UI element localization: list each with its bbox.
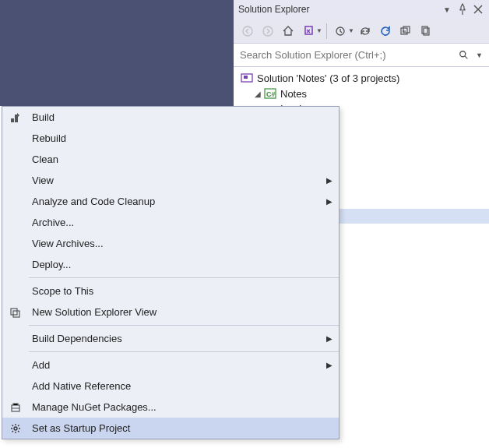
show-all-files-icon[interactable] xyxy=(417,22,435,41)
pending-changes-icon[interactable] xyxy=(331,22,350,41)
svg-rect-13 xyxy=(11,118,14,122)
dropdown-icon[interactable]: ▼ xyxy=(348,27,354,34)
menu-set-startup[interactable]: Set as Startup Project xyxy=(2,418,339,439)
nuget-icon xyxy=(2,401,29,414)
home-icon[interactable] xyxy=(279,22,297,41)
menu-label: Manage NuGet Packages... xyxy=(29,401,320,413)
menu-archive[interactable]: Archive... xyxy=(2,212,339,233)
csharp-icon: C# xyxy=(263,87,277,100)
submenu-arrow-icon: ▶ xyxy=(320,334,339,343)
menu-label: View xyxy=(29,175,320,186)
menu-separator xyxy=(29,325,339,326)
menu-scope[interactable]: Scope to This xyxy=(2,280,339,302)
tree-label: Solution 'Notes' (3 of 3 projects) xyxy=(257,72,399,84)
menu-build-deps[interactable]: Build Dependencies▶ xyxy=(2,328,339,349)
svg-point-8 xyxy=(460,51,466,56)
svg-point-0 xyxy=(243,26,252,36)
switch-views-icon[interactable] xyxy=(299,22,318,41)
menu-label: Archive... xyxy=(29,217,320,228)
window-position-icon[interactable]: ▼ xyxy=(441,3,453,16)
menu-nuget[interactable]: Manage NuGet Packages... xyxy=(2,397,339,418)
menu-rebuild[interactable]: Rebuild xyxy=(2,128,339,149)
menu-label: Build xyxy=(29,111,320,123)
tree-solution[interactable]: Solution 'Notes' (3 of 3 projects) xyxy=(234,70,489,86)
menu-label: Rebuild xyxy=(29,132,320,144)
svg-text:C#: C# xyxy=(266,90,276,98)
build-icon xyxy=(2,111,29,124)
menu-label: Add Native Reference xyxy=(29,380,320,392)
solution-explorer-search: ▼ xyxy=(234,44,489,67)
collapse-all-icon[interactable] xyxy=(396,22,415,41)
panel-title: Solution Explorer xyxy=(238,4,441,15)
menu-label: Clean xyxy=(29,153,320,165)
svg-rect-6 xyxy=(422,26,427,34)
menu-separator xyxy=(29,351,339,352)
svg-point-1 xyxy=(263,26,273,36)
solution-explorer-toolbar: ▼ ▼ xyxy=(234,19,489,44)
menu-label: Build Dependencies xyxy=(29,333,320,344)
forward-icon[interactable] xyxy=(259,22,277,41)
expand-icon[interactable]: ◢ xyxy=(252,90,263,98)
separator xyxy=(326,23,327,39)
svg-rect-15 xyxy=(11,309,17,315)
new-view-icon xyxy=(2,306,29,319)
menu-deploy[interactable]: Deploy... xyxy=(2,254,339,275)
solution-icon xyxy=(240,72,254,84)
menu-label: Scope to This xyxy=(29,285,320,297)
sync-icon[interactable] xyxy=(356,22,375,41)
menu-view[interactable]: View▶ xyxy=(2,170,339,191)
menu-label: Deploy... xyxy=(29,259,320,270)
svg-rect-16 xyxy=(13,311,19,317)
solution-explorer-titlebar: Solution Explorer ▼ xyxy=(234,0,489,19)
svg-rect-5 xyxy=(403,26,410,33)
tree-project[interactable]: ◢ C# Notes xyxy=(234,86,489,101)
tree-label: Notes xyxy=(280,88,307,100)
menu-clean[interactable]: Clean xyxy=(2,149,339,170)
dropdown-icon[interactable]: ▼ xyxy=(316,27,322,34)
back-icon[interactable] xyxy=(238,22,257,41)
submenu-arrow-icon: ▶ xyxy=(320,361,339,369)
refresh-icon[interactable] xyxy=(376,22,395,41)
menu-label: View Archives... xyxy=(29,238,320,249)
menu-add[interactable]: Add▶ xyxy=(2,355,339,376)
menu-view-archives[interactable]: View Archives... xyxy=(2,233,339,254)
menu-label: Set as Startup Project xyxy=(29,422,320,434)
gear-icon xyxy=(2,422,29,435)
search-input[interactable] xyxy=(240,49,459,61)
submenu-arrow-icon: ▶ xyxy=(320,176,339,185)
close-icon[interactable] xyxy=(472,3,484,16)
menu-add-native[interactable]: Add Native Reference xyxy=(2,376,339,397)
menu-new-se-view[interactable]: New Solution Explorer View xyxy=(2,302,339,323)
menu-analyze[interactable]: Analyze and Code Cleanup▶ xyxy=(2,191,339,212)
pin-icon[interactable] xyxy=(456,3,469,16)
svg-rect-7 xyxy=(424,28,429,35)
submenu-arrow-icon: ▶ xyxy=(320,197,339,206)
context-menu: Build Rebuild Clean View▶ Analyze and Co… xyxy=(2,106,339,439)
svg-point-18 xyxy=(14,427,17,430)
dropdown-icon[interactable]: ▼ xyxy=(476,51,483,59)
menu-label: Add xyxy=(29,359,320,371)
menu-build[interactable]: Build xyxy=(2,107,339,128)
editor-background xyxy=(0,0,234,106)
menu-label: Analyze and Code Cleanup xyxy=(29,196,320,207)
svg-rect-10 xyxy=(244,76,248,79)
menu-label: New Solution Explorer View xyxy=(29,306,320,318)
search-icon[interactable] xyxy=(459,50,474,61)
menu-separator xyxy=(29,277,339,278)
